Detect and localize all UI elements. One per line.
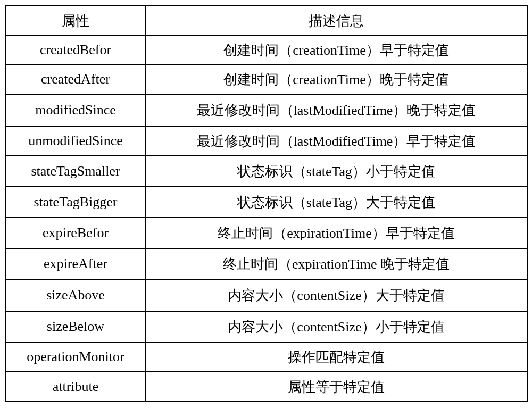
cell-desc: 最近修改时间（lastModifiedTime）早于特定值: [145, 126, 527, 156]
cell-attr: createdAfter: [6, 64, 145, 94]
cell-attr: createdBefor: [6, 36, 145, 64]
cell-desc: 终止时间（expirationTime）早于特定值: [145, 218, 527, 248]
cell-attr: sizeBelow: [6, 311, 145, 342]
cell-desc: 创建时间（creationTime）晚于特定值: [145, 64, 527, 94]
table-row: modifiedSince 最近修改时间（lastModifiedTime）晚于…: [6, 94, 527, 126]
cell-desc: 状态标识（stateTag）小于特定值: [145, 156, 527, 187]
cell-attr: expireBefor: [6, 218, 145, 248]
table-row: expireAfter 终止时间（expirationTime 晚于特定值: [6, 248, 527, 279]
cell-desc: 属性等于特定值: [145, 372, 527, 402]
cell-attr: unmodifiedSince: [6, 126, 145, 156]
cell-attr: attribute: [6, 372, 145, 402]
table-row: expireBefor 终止时间（expirationTime）早于特定值: [6, 218, 527, 248]
table-row: sizeAbove 内容大小（contentSize）大于特定值: [6, 279, 527, 311]
cell-attr: expireAfter: [6, 248, 145, 279]
cell-desc: 内容大小（contentSize）大于特定值: [145, 279, 527, 311]
header-attr: 属性: [6, 6, 145, 36]
header-desc: 描述信息: [145, 6, 527, 36]
table-row: sizeBelow 内容大小（contentSize）小于特定值: [6, 311, 527, 342]
cell-desc: 状态标识（stateTag）大于特定值: [145, 187, 527, 218]
cell-desc: 终止时间（expirationTime 晚于特定值: [145, 248, 527, 279]
cell-attr: modifiedSince: [6, 94, 145, 126]
table-row: operationMonitor 操作匹配特定值: [6, 342, 527, 372]
table-header-row: 属性 描述信息: [6, 6, 527, 36]
cell-desc: 操作匹配特定值: [145, 342, 527, 372]
table-row: createdBefor 创建时间（creationTime）早于特定值: [6, 36, 527, 64]
table-row: createdAfter 创建时间（creationTime）晚于特定值: [6, 64, 527, 94]
cell-attr: sizeAbove: [6, 279, 145, 311]
cell-attr: stateTagBigger: [6, 187, 145, 218]
table-row: attribute 属性等于特定值: [6, 372, 527, 402]
cell-attr: stateTagSmaller: [6, 156, 145, 187]
table-row: stateTagBigger 状态标识（stateTag）大于特定值: [6, 187, 527, 218]
cell-desc: 最近修改时间（lastModifiedTime）晚于特定值: [145, 94, 527, 126]
cell-desc: 内容大小（contentSize）小于特定值: [145, 311, 527, 342]
cell-desc: 创建时间（creationTime）早于特定值: [145, 36, 527, 64]
attributes-table: 属性 描述信息 createdBefor 创建时间（creationTime）早…: [5, 5, 528, 402]
table-row: unmodifiedSince 最近修改时间（lastModifiedTime）…: [6, 126, 527, 156]
cell-attr: operationMonitor: [6, 342, 145, 372]
table-row: stateTagSmaller 状态标识（stateTag）小于特定值: [6, 156, 527, 187]
